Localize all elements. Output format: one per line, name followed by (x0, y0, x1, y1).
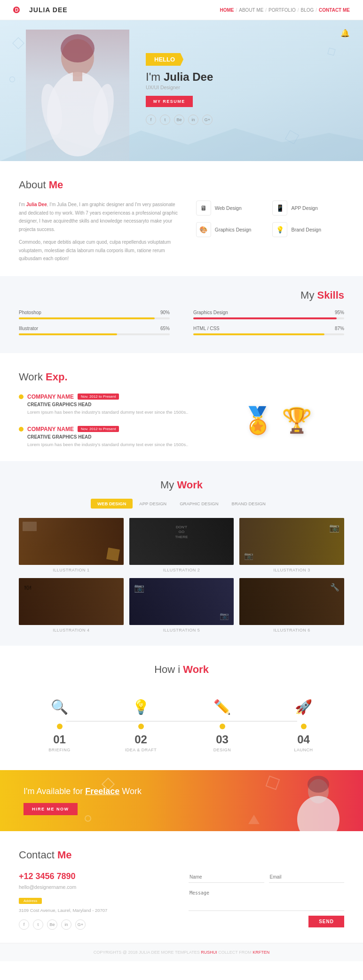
about-services: 🖥 Web Design 📱 APP Design 🎨 Graphics Des… (196, 201, 344, 263)
step-2-num: 02 (134, 733, 147, 746)
about-title-highlight: Me (49, 179, 63, 191)
contact-grid: +12 3456 7890 hello@designername.com Add… (19, 872, 344, 930)
fl-shape-2 (85, 815, 91, 822)
contact-social-in[interactable]: in (61, 919, 71, 930)
brand-design-label: Brand Design (291, 227, 321, 232)
work-label-1: ILLUSTRATION 1 (19, 568, 124, 572)
social-twitter[interactable]: t (160, 115, 170, 125)
nav-about[interactable]: ABOUT ME (239, 8, 263, 13)
about-grid: I'm Julia Dee, I'm Julia Dee, I am graph… (19, 201, 344, 263)
message-input[interactable] (189, 887, 344, 911)
work-item-6: 🔧 ILLUSTRATION 6 (239, 578, 344, 633)
award-trophy: 🏆 (282, 406, 312, 435)
app-design-label: APP Design (291, 205, 317, 211)
tab-web-design[interactable]: WEB DESIGN (91, 499, 133, 509)
step-1-num: 01 (53, 733, 66, 746)
name-input[interactable] (189, 872, 264, 883)
how-step-2: 💡 02 IDEA & DRAFT (118, 694, 165, 752)
work-thumb-5: 📷 📷 (129, 578, 234, 625)
social-linkedin[interactable]: in (188, 115, 198, 125)
experience-grid: COMPANY NAME Nov. 2012 to Present CREATI… (19, 394, 344, 448)
step-2-dot (138, 724, 144, 729)
work-label-4: ILLUSTRATION 4 (19, 628, 124, 633)
nav-sep-4: / (316, 8, 317, 13)
logo-text: JULIA DEE (29, 6, 68, 14)
svg-rect-8 (73, 72, 82, 81)
exp-role-2: CREATIVE GRAPHICS HEAD (27, 434, 200, 440)
service-web-design: 🖥 Web Design (196, 201, 268, 216)
step-3-num: 03 (216, 733, 229, 746)
nav-blog[interactable]: BLOG (301, 8, 314, 13)
exp-desc-2: Lorem Ipsum has been the industry's stan… (27, 441, 200, 448)
nav-sep-3: / (298, 8, 299, 13)
freelance-text: I'm Available for Freelace Work HIRE ME … (24, 787, 142, 815)
footer-collect: COLLECT FROM (218, 950, 251, 955)
work-item-2: DON'TGOTHERE ILLUSTRATION 2 (129, 518, 234, 572)
work-label-2: ILLUSTRATION 2 (129, 568, 234, 572)
how-step-3: ✏️ 03 DESIGN (199, 694, 246, 752)
work-item-4: 🍽 ILLUSTRATION 4 (19, 578, 124, 633)
award-medal: 🏅 (242, 405, 274, 436)
freelance-section: I'm Available for Freelace Work HIRE ME … (0, 770, 363, 831)
how-title: How i Work (19, 664, 344, 676)
step-4-num: 04 (297, 733, 310, 746)
about-title: About Me (19, 179, 344, 191)
contact-section: Contact Me +12 3456 7890 hello@designern… (0, 831, 363, 943)
exp-period-2: Nov. 2012 to Present (78, 426, 119, 432)
steps-line (66, 721, 297, 722)
contact-social-gp[interactable]: G+ (75, 919, 86, 930)
social-facebook[interactable]: f (146, 115, 156, 125)
social-behance[interactable]: Be (174, 115, 184, 125)
hire-me-button[interactable]: HIRE ME NOW (24, 803, 78, 815)
main-nav: HOME / ABOUT ME / PORTFOLIO / BLOG / CON… (220, 8, 350, 13)
resume-button[interactable]: MY RESUME (146, 96, 193, 107)
nav-sep-2: / (265, 8, 267, 13)
nav-portfolio[interactable]: PORTFOLIO (268, 8, 296, 13)
exp-item-1: COMPANY NAME Nov. 2012 to Present CREATI… (19, 394, 200, 416)
logo: D JULIA DEE (13, 5, 68, 15)
social-googleplus[interactable]: G+ (202, 115, 213, 125)
how-step-4: 🚀 04 LAUNCH (280, 694, 327, 752)
hero-shape-1 (12, 37, 24, 49)
address-badge: Address (19, 898, 42, 904)
fl-shape-4 (248, 815, 260, 824)
header: D JULIA DEE HOME / ABOUT ME / PORTFOLIO … (0, 0, 363, 20)
hero-section: 🔔 HELLO I'm Julia (0, 20, 363, 161)
step-3-label: DESIGN (213, 748, 231, 752)
contact-email: hello@designername.com (19, 884, 174, 890)
nav-home[interactable]: HOME (220, 8, 234, 13)
work-label-3: ILLUSTRATION 3 (239, 568, 344, 572)
exp-dot-2 (19, 427, 24, 432)
service-app-design: 📱 APP Design (272, 201, 344, 216)
freelance-person (288, 775, 349, 831)
how-steps-container: 🔍 01 BRIEFING 💡 02 IDEA & DRAFT ✏️ 03 DE… (19, 689, 344, 752)
skill-illustrator: Illustrator 65% (19, 326, 170, 335)
design-icon: ✏️ (209, 694, 236, 720)
tab-brand-design[interactable]: BRAND DESIGN (225, 499, 272, 509)
footer-link-2[interactable]: KRFTEN (253, 950, 269, 955)
tab-app-design[interactable]: APP DESIGN (133, 499, 173, 509)
tab-graphic-design[interactable]: GRAPHIC DESIGN (173, 499, 225, 509)
skills-title: My Skills (300, 289, 344, 301)
step-3-dot (220, 724, 225, 729)
hello-badge: HELLO (146, 53, 183, 66)
work-section: My Work WEB DESIGN APP DESIGN GRAPHIC DE… (0, 461, 363, 646)
skills-section: My Skills Photoshop 90% Graphics Design … (0, 276, 363, 353)
exp-desc-1: Lorem Ipsum has been the industry's stan… (27, 409, 200, 416)
contact-social-fb[interactable]: f (19, 919, 29, 930)
send-button[interactable]: SEND (308, 916, 344, 927)
nav-contact[interactable]: CONTACT ME (319, 8, 350, 13)
exp-item-2: COMPANY NAME Nov. 2012 to Present CREATI… (19, 426, 200, 448)
skills-header: My Skills (19, 289, 344, 301)
hero-name: Julia Dee (164, 70, 213, 83)
service-brand-design: 💡 Brand Design (272, 222, 344, 237)
hero-greeting: I'm Julia Dee (146, 70, 213, 84)
contact-social-be[interactable]: Be (47, 919, 57, 930)
hero-person-image (26, 30, 129, 161)
work-label-6: ILLUSTRATION 6 (239, 628, 344, 633)
contact-social-tw[interactable]: t (33, 919, 43, 930)
contact-social-icons: f t Be in G+ (19, 919, 174, 930)
web-design-icon: 🖥 (196, 201, 211, 216)
footer-link-1[interactable]: RUSHUI (201, 950, 217, 955)
email-input[interactable] (269, 872, 345, 883)
